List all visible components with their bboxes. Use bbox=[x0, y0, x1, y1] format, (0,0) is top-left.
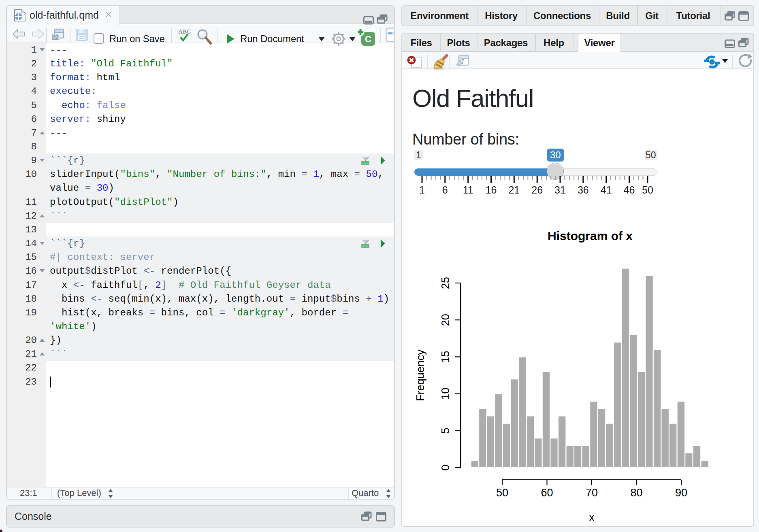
svg-text:80: 80 bbox=[630, 487, 642, 499]
svg-text:31: 31 bbox=[554, 184, 566, 196]
svg-text:26: 26 bbox=[531, 184, 543, 196]
svg-text:1: 1 bbox=[419, 184, 425, 196]
svg-text:90: 90 bbox=[675, 487, 687, 499]
svg-text:Frequency: Frequency bbox=[414, 349, 426, 401]
svg-text:21: 21 bbox=[508, 184, 520, 196]
svg-text:15: 15 bbox=[439, 351, 452, 363]
svg-text:Histogram of x: Histogram of x bbox=[548, 229, 633, 243]
svg-text:20: 20 bbox=[439, 314, 452, 326]
svg-text:50: 50 bbox=[496, 487, 508, 499]
svg-text:0: 0 bbox=[439, 464, 452, 470]
svg-text:60: 60 bbox=[541, 487, 553, 499]
svg-text:5: 5 bbox=[439, 428, 452, 434]
svg-text:50: 50 bbox=[642, 184, 653, 196]
svg-text:41: 41 bbox=[601, 184, 612, 196]
svg-text:25: 25 bbox=[439, 277, 452, 289]
svg-text:36: 36 bbox=[578, 184, 589, 196]
svg-text:6: 6 bbox=[442, 184, 448, 196]
svg-text:46: 46 bbox=[624, 184, 635, 196]
svg-text:70: 70 bbox=[586, 487, 598, 499]
svg-text:11: 11 bbox=[463, 184, 473, 196]
svg-text:16: 16 bbox=[486, 184, 497, 196]
svg-text:C: C bbox=[365, 34, 371, 44]
svg-text:ABC: ABC bbox=[178, 28, 191, 35]
svg-text:10: 10 bbox=[439, 388, 452, 400]
svg-text:x: x bbox=[589, 511, 595, 523]
